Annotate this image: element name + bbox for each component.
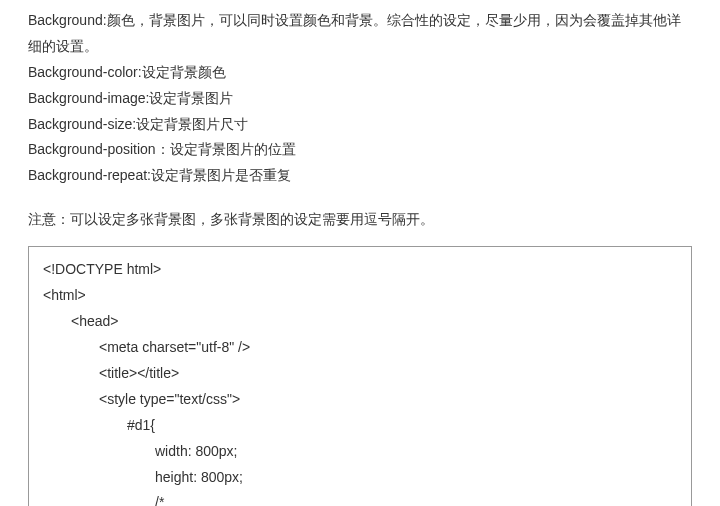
code-block: <!DOCTYPE html> <html> <head> <meta char… — [28, 246, 692, 506]
prose-line: Background-repeat:设定背景图片是否重复 — [28, 163, 692, 189]
code-line: #d1{ — [43, 413, 677, 439]
code-line: <title></title> — [43, 361, 677, 387]
code-line: width: 800px; — [43, 439, 677, 465]
prose-line: Background-size:设定背景图片尺寸 — [28, 112, 692, 138]
code-line: <head> — [43, 309, 677, 335]
prose-line: Background-image:设定背景图片 — [28, 86, 692, 112]
code-line: <!DOCTYPE html> — [43, 257, 677, 283]
prose-line: Background-position：设定背景图片的位置 — [28, 137, 692, 163]
note-text: 注意：可以设定多张背景图，多张背景图的设定需要用逗号隔开。 — [28, 207, 692, 232]
code-line: height: 800px; — [43, 465, 677, 491]
code-line: <meta charset="utf-8" /> — [43, 335, 677, 361]
prose-line: Background:颜色，背景图片，可以同时设置颜色和背景。综合性的设定，尽量… — [28, 8, 692, 60]
code-line: <html> — [43, 283, 677, 309]
code-line: <style type="text/css"> — [43, 387, 677, 413]
code-line: /* — [43, 490, 677, 506]
prose-line: Background-color:设定背景颜色 — [28, 60, 692, 86]
explanation-block: Background:颜色，背景图片，可以同时设置颜色和背景。综合性的设定，尽量… — [28, 8, 692, 189]
